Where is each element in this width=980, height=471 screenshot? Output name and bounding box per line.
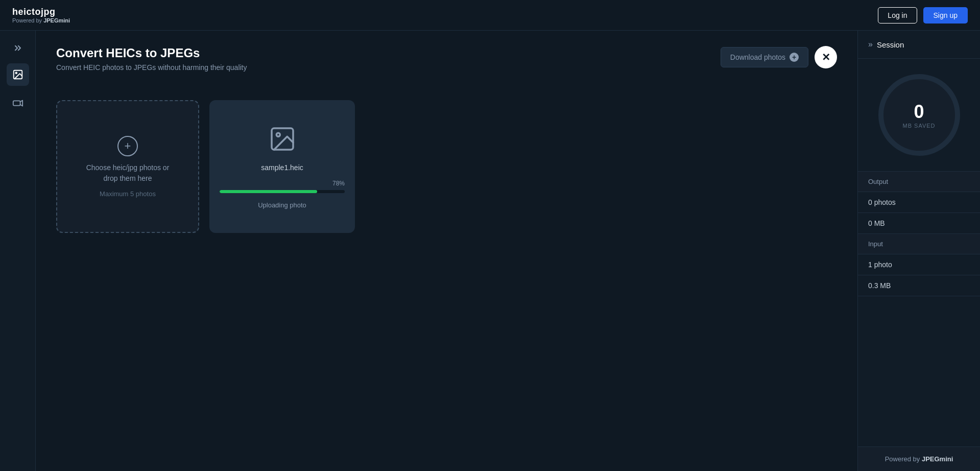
download-button-label: Download photos [730, 53, 785, 61]
login-button[interactable]: Log in [878, 7, 917, 23]
input-size: 0.3 MB [858, 275, 980, 296]
output-section: Output 0 photos 0 MB [858, 172, 980, 234]
content-header: Convert HEICs to JPEGs Convert HEIC phot… [56, 46, 837, 86]
session-label: Session [877, 40, 904, 49]
progress-label: 78% [220, 180, 345, 187]
page-title: Convert HEICs to JPEGs [56, 46, 247, 60]
progress-bar-fill [220, 190, 317, 193]
session-arrows-icon: » [868, 40, 873, 49]
drop-zone-plus-icon: + [117, 136, 138, 156]
output-photos-count: 0 photos [858, 192, 980, 213]
file-image-icon [268, 125, 297, 155]
upload-status-text: Uploading photo [258, 201, 306, 209]
input-section: Input 1 photo 0.3 MB [858, 234, 980, 296]
main-layout: Convert HEICs to JPEGs Convert HEIC phot… [0, 31, 980, 471]
session-header: » Session [858, 31, 980, 59]
page-subtitle: Convert HEIC photos to JPEGs without har… [56, 63, 247, 72]
signup-button[interactable]: Sign up [923, 7, 968, 23]
sidebar [0, 31, 36, 471]
sidebar-item-photos[interactable] [7, 63, 29, 86]
gauge-circle: 0 MB SAVED [878, 74, 960, 156]
right-panel-footer: Powered by JPEGmini [858, 446, 980, 471]
svg-point-4 [276, 133, 280, 136]
output-size: 0 MB [858, 213, 980, 234]
gauge-value: 0 [914, 101, 924, 123]
download-plus-icon: + [790, 53, 799, 62]
uploading-card: sample1.heic 78% Uploading photo [209, 100, 355, 233]
progress-bar-background [220, 190, 345, 193]
gauge-area: 0 MB SAVED [858, 59, 980, 172]
header-actions: Log in Sign up [878, 7, 968, 23]
drop-zone-text: Choose heic/jpg photos or drop them here [86, 162, 170, 184]
input-photos-count: 1 photo [858, 254, 980, 275]
gauge-unit: MB SAVED [902, 123, 935, 129]
close-button[interactable]: ✕ [815, 46, 837, 68]
sidebar-toggle[interactable] [9, 39, 27, 57]
drop-zone-card[interactable]: + Choose heic/jpg photos or drop them he… [56, 100, 199, 233]
input-section-header: Input [858, 234, 980, 254]
output-section-header: Output [858, 172, 980, 192]
svg-rect-2 [13, 101, 20, 105]
content-area: Convert HEICs to JPEGs Convert HEIC phot… [36, 31, 857, 471]
progress-container: 78% [220, 180, 345, 193]
right-panel: » Session 0 MB SAVED Output 0 photos 0 M… [857, 31, 980, 471]
sidebar-item-video[interactable] [7, 92, 29, 114]
header: heictojpg Powered by JPEGmini Log in Sig… [0, 0, 980, 31]
uploading-file-name: sample1.heic [261, 163, 303, 172]
cards-area: + Choose heic/jpg photos or drop them he… [56, 100, 837, 233]
brand: heictojpg Powered by JPEGmini [12, 7, 70, 23]
drop-zone-max-label: Maximum 5 photos [100, 190, 156, 198]
brand-subtitle: Powered by JPEGmini [12, 17, 70, 23]
content-header-right: Download photos + ✕ [721, 46, 837, 68]
download-button[interactable]: Download photos + [721, 47, 808, 67]
brand-title: heictojpg [12, 7, 70, 17]
svg-point-1 [15, 72, 17, 74]
content-header-left: Convert HEICs to JPEGs Convert HEIC phot… [56, 46, 247, 86]
